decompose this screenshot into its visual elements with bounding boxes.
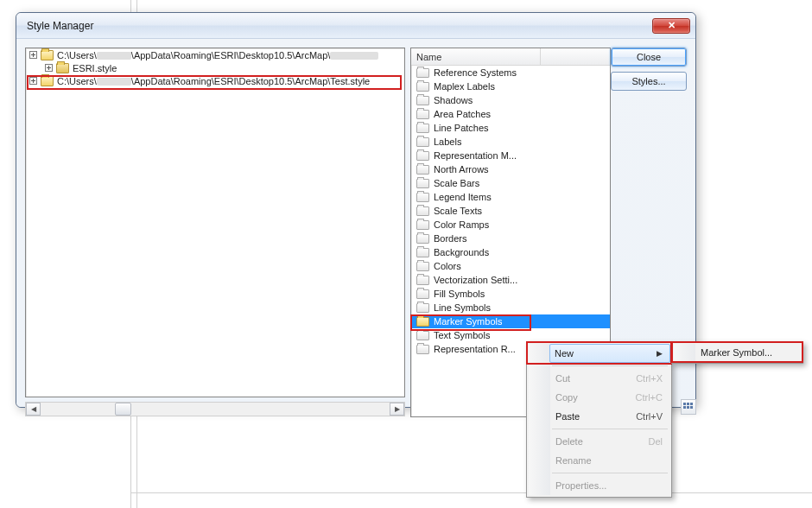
context-menu: New ▶ CutCtrl+X CopyCtrl+C PasteCtrl+V D… xyxy=(526,341,672,498)
list-item[interactable]: Text Symbols xyxy=(411,328,610,342)
folder-icon xyxy=(416,179,429,188)
scroll-thumb[interactable] xyxy=(115,403,131,416)
list-item[interactable]: Area Patches xyxy=(411,107,610,121)
list-item-label: Representation R... xyxy=(434,344,516,354)
menu-item-copy: CopyCtrl+C xyxy=(550,388,669,407)
tree-item-label: C:\Users\\AppData\Roaming\ESRI\Desktop10… xyxy=(57,50,378,60)
list-item[interactable]: Reference Systems xyxy=(411,66,610,79)
list-view-icon xyxy=(683,403,694,411)
menu-item-new[interactable]: New ▶ xyxy=(549,344,670,363)
menu-item-delete: DeleteDel xyxy=(550,432,669,451)
folder-open-icon xyxy=(41,50,54,60)
menu-item-properties: Properties... xyxy=(550,476,669,495)
folder-icon xyxy=(416,110,429,119)
list-item-label: North Arrows xyxy=(434,164,489,175)
titlebar[interactable]: Style Manager ✕ xyxy=(16,13,695,39)
list-item-label: Borders xyxy=(434,233,467,244)
list-item[interactable]: Labels xyxy=(411,135,610,149)
menu-item-rename: Rename xyxy=(550,451,669,470)
folder-icon xyxy=(416,96,429,105)
folder-icon xyxy=(416,317,429,327)
folder-icon xyxy=(416,248,429,257)
menu-separator xyxy=(552,473,668,473)
expand-icon[interactable] xyxy=(45,64,53,72)
list-item[interactable]: Legend Items xyxy=(411,190,610,204)
list-item-label: Color Ramps xyxy=(434,219,489,230)
list-item[interactable]: Colors xyxy=(411,259,610,273)
expand-icon[interactable] xyxy=(29,77,37,85)
list-item[interactable]: North Arrows xyxy=(411,162,610,176)
folder-icon xyxy=(416,262,429,271)
folder-icon xyxy=(416,137,429,147)
scroll-left-button[interactable]: ◀ xyxy=(26,403,41,416)
list-item-label: Scale Bars xyxy=(434,178,479,188)
expand-icon[interactable] xyxy=(29,51,37,59)
folder-closed-icon xyxy=(56,63,69,73)
list-item-label: Legend Items xyxy=(434,192,492,202)
list-item-label: Maplex Labels xyxy=(434,81,495,92)
submenu-arrow-icon: ▶ xyxy=(657,349,663,358)
arrow-left-icon: ◀ xyxy=(31,405,36,413)
list-item-label: Text Symbols xyxy=(434,330,490,340)
close-x-icon: ✕ xyxy=(668,20,676,31)
list-item-label: Backgrounds xyxy=(434,247,489,257)
list-item[interactable]: Scale Bars xyxy=(411,176,610,190)
folder-icon xyxy=(416,151,429,161)
list-item[interactable]: Line Symbols xyxy=(411,301,610,314)
list-item[interactable]: Marker Symbols xyxy=(411,314,610,328)
styles-button[interactable]: Styles... xyxy=(611,72,687,91)
context-menu-gutter xyxy=(529,344,550,495)
scroll-track[interactable] xyxy=(41,403,390,416)
list-item-label: Colors xyxy=(434,261,461,271)
folder-icon xyxy=(416,303,429,313)
dialog-buttons: Close Styles... xyxy=(611,48,687,96)
column-header-name[interactable]: Name xyxy=(411,48,541,65)
folder-icon xyxy=(416,345,429,354)
folder-icon xyxy=(416,234,429,244)
submenu-item-marker-symbol[interactable]: Marker Symbol... xyxy=(695,344,801,361)
list-item[interactable]: Shadows xyxy=(411,93,610,107)
folder-icon xyxy=(416,220,429,230)
list-item[interactable]: Representation M... xyxy=(411,149,610,162)
context-submenu-new: Marker Symbol... xyxy=(671,341,803,364)
folder-icon xyxy=(416,193,429,202)
list-item[interactable]: Color Ramps xyxy=(411,218,610,232)
menu-item-paste[interactable]: PasteCtrl+V xyxy=(550,407,669,426)
menu-item-cut: CutCtrl+X xyxy=(550,369,669,388)
list-item[interactable]: Maplex Labels xyxy=(411,79,610,93)
list-item[interactable]: Scale Texts xyxy=(411,204,610,218)
list-item[interactable]: Vectorization Setti... xyxy=(411,273,610,287)
view-mode-button[interactable] xyxy=(681,399,696,415)
tree-horizontal-scrollbar[interactable]: ◀ ▶ xyxy=(25,402,405,416)
folder-icon xyxy=(416,331,429,340)
folder-icon xyxy=(416,68,429,78)
list-item[interactable]: Borders xyxy=(411,232,610,245)
list-item-label: Reference Systems xyxy=(434,67,517,78)
folder-icon xyxy=(416,165,429,175)
tree-panel[interactable]: C:\Users\\AppData\Roaming\ESRI\Desktop10… xyxy=(25,48,405,397)
list-item-label: Marker Symbols xyxy=(434,316,502,327)
menu-separator xyxy=(552,429,668,429)
list-item[interactable]: Fill Symbols xyxy=(411,287,610,301)
close-button[interactable]: Close xyxy=(611,48,687,67)
folder-icon xyxy=(416,206,429,216)
menu-separator xyxy=(552,365,668,366)
list-item-label: Shadows xyxy=(434,95,473,105)
folder-icon xyxy=(416,124,429,133)
scroll-right-button[interactable]: ▶ xyxy=(390,403,404,416)
list-item-label: Scale Texts xyxy=(434,206,482,216)
list-item-label: Representation M... xyxy=(434,150,517,161)
window-close-button[interactable]: ✕ xyxy=(652,18,690,34)
list-item[interactable]: Backgrounds xyxy=(411,245,610,259)
tree-item-label: ESRI.style xyxy=(73,63,117,73)
list-item-label: Labels xyxy=(434,137,461,147)
list-item[interactable]: Line Patches xyxy=(411,121,610,135)
list-item-label: Line Symbols xyxy=(434,302,491,313)
tree-item[interactable]: ESRI.style xyxy=(26,61,404,74)
folder-icon xyxy=(416,289,429,299)
folder-icon xyxy=(416,82,429,92)
list-header[interactable]: Name xyxy=(411,48,610,66)
tree-item[interactable]: C:\Users\\AppData\Roaming\ESRI\Desktop10… xyxy=(26,74,404,87)
folder-open-icon xyxy=(41,76,54,86)
tree-item[interactable]: C:\Users\\AppData\Roaming\ESRI\Desktop10… xyxy=(26,48,404,61)
